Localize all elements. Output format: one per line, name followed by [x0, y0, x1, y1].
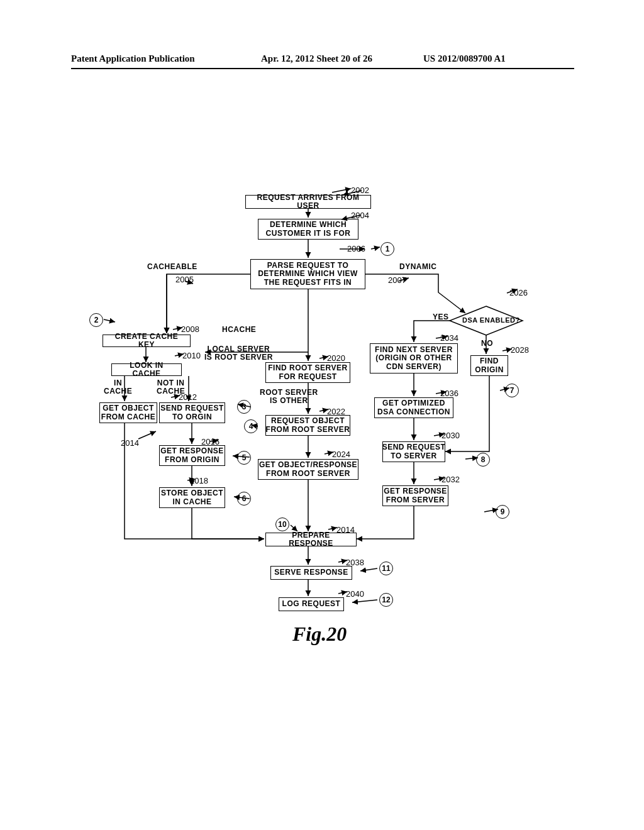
flowchart-arrows: [0, 0, 644, 830]
page: Patent Application Publication Apr. 12, …: [0, 0, 644, 830]
figure-label: Fig.20: [292, 622, 347, 646]
